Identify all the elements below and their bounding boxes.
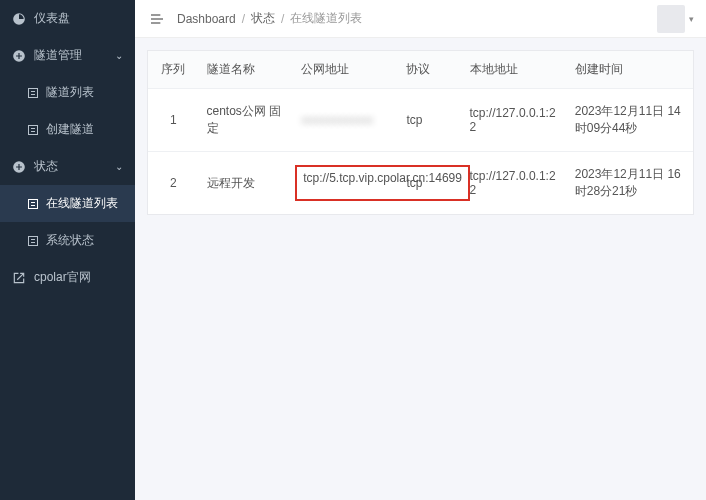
cell-seq: 1 [148, 89, 199, 152]
sidebar-item-online-tunnels[interactable]: 在线隧道列表 [0, 185, 135, 222]
grid-icon [28, 125, 38, 135]
plus-circle-icon [12, 160, 26, 174]
blurred-text: xxxxxxxxxxxx [301, 113, 373, 127]
sidebar-item-status[interactable]: 状态 ⌄ [0, 148, 135, 185]
breadcrumb-current: 在线隧道列表 [290, 10, 362, 27]
cell-local: tcp://127.0.0.1:22 [462, 152, 567, 215]
table-row: 2 远程开发 tcp://5.tcp.vip.cpolar.cn:14699 t… [148, 152, 693, 215]
th-name: 隧道名称 [199, 51, 294, 89]
breadcrumb-sep: / [242, 12, 245, 26]
highlighted-public-url: tcp://5.tcp.vip.cpolar.cn:14699 [295, 165, 470, 201]
th-time: 创建时间 [567, 51, 693, 89]
sidebar: 仪表盘 隧道管理 ⌄ 隧道列表 创建隧道 状态 ⌄ 在线隧道列表 系统状态 [0, 0, 135, 500]
sidebar-item-dashboard[interactable]: 仪表盘 [0, 0, 135, 37]
cell-proto: tcp [398, 89, 461, 152]
th-proto: 协议 [398, 51, 461, 89]
sidebar-label: cpolar官网 [34, 269, 91, 286]
cell-time: 2023年12月11日 14时09分44秒 [567, 89, 693, 152]
sidebar-item-cpolar-site[interactable]: cpolar官网 [0, 259, 135, 296]
cell-public: xxxxxxxxxxxx [293, 89, 398, 152]
sidebar-item-create-tunnel[interactable]: 创建隧道 [0, 111, 135, 148]
tunnel-table: 序列 隧道名称 公网地址 协议 本地地址 创建时间 1 centos公网 固定 [148, 51, 693, 214]
table-row: 1 centos公网 固定 xxxxxxxxxxxx tcp tcp://127… [148, 89, 693, 152]
chevron-down-icon: ⌄ [115, 161, 123, 172]
breadcrumb-item[interactable]: 状态 [251, 10, 275, 27]
breadcrumb: Dashboard / 状态 / 在线隧道列表 [177, 10, 362, 27]
main: Dashboard / 状态 / 在线隧道列表 ▾ 序列 隧道名称 公网地 [135, 0, 706, 500]
th-seq: 序列 [148, 51, 199, 89]
dashboard-icon [12, 12, 26, 26]
external-link-icon [12, 271, 26, 285]
sidebar-item-system-status[interactable]: 系统状态 [0, 222, 135, 259]
cell-local: tcp://127.0.0.1:22 [462, 89, 567, 152]
cell-name: centos公网 固定 [199, 89, 294, 152]
th-local: 本地地址 [462, 51, 567, 89]
breadcrumb-item[interactable]: Dashboard [177, 12, 236, 26]
grid-icon [28, 88, 38, 98]
sidebar-label: 隧道列表 [46, 84, 94, 101]
sidebar-label: 隧道管理 [34, 47, 82, 64]
cell-seq: 2 [148, 152, 199, 215]
breadcrumb-sep: / [281, 12, 284, 26]
cell-name: 远程开发 [199, 152, 294, 215]
sidebar-label: 状态 [34, 158, 58, 175]
user-menu-caret[interactable]: ▾ [689, 14, 694, 24]
sidebar-item-tunnel-mgmt[interactable]: 隧道管理 ⌄ [0, 37, 135, 74]
plus-circle-icon [12, 49, 26, 63]
header: Dashboard / 状态 / 在线隧道列表 ▾ [135, 0, 706, 38]
grid-icon [28, 236, 38, 246]
tunnel-table-panel: 序列 隧道名称 公网地址 协议 本地地址 创建时间 1 centos公网 固定 [147, 50, 694, 215]
avatar[interactable] [657, 5, 685, 33]
cell-time: 2023年12月11日 16时28分21秒 [567, 152, 693, 215]
cell-public: tcp://5.tcp.vip.cpolar.cn:14699 [293, 152, 398, 215]
content: 序列 隧道名称 公网地址 协议 本地地址 创建时间 1 centos公网 固定 [135, 38, 706, 500]
th-public: 公网地址 [293, 51, 398, 89]
sidebar-item-tunnel-list[interactable]: 隧道列表 [0, 74, 135, 111]
sidebar-label: 系统状态 [46, 232, 94, 249]
sidebar-label: 创建隧道 [46, 121, 94, 138]
menu-toggle-button[interactable] [147, 9, 167, 29]
chevron-down-icon: ⌄ [115, 50, 123, 61]
sidebar-label: 在线隧道列表 [46, 195, 118, 212]
sidebar-label: 仪表盘 [34, 10, 70, 27]
grid-icon [28, 199, 38, 209]
